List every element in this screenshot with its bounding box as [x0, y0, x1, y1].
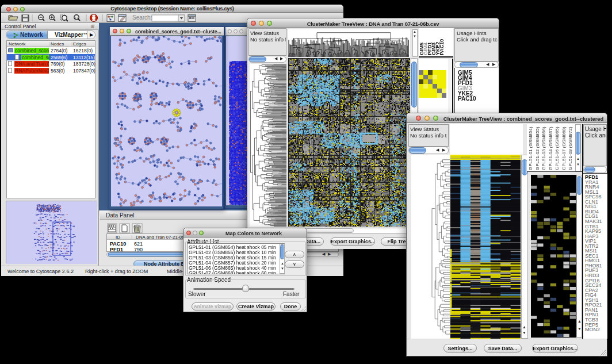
- svg-text:Search:: Search:: [132, 14, 152, 21]
- svg-text:1:1: 1:1: [75, 16, 79, 20]
